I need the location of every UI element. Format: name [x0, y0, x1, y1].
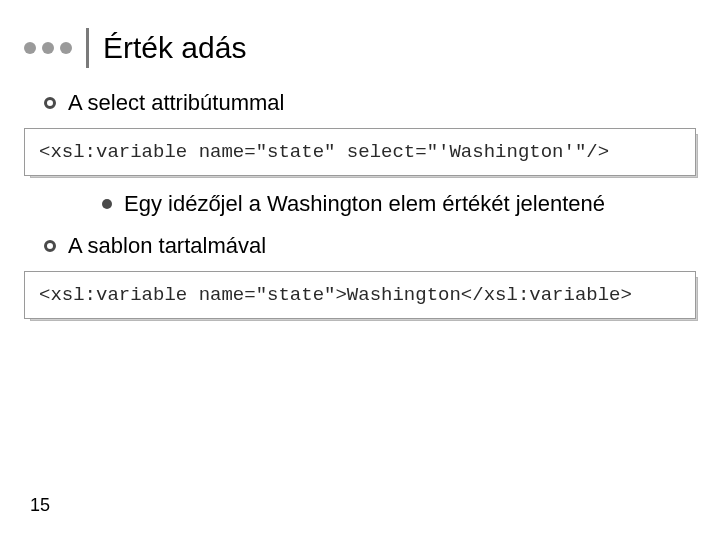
bullet-level1: A sablon tartalmával — [44, 233, 696, 259]
bullet-text: Egy idézőjel a Washington elem értékét j… — [124, 190, 605, 219]
bullet-text: A select attribútummal — [68, 90, 284, 116]
code-block: <xsl:variable name="state">Washington</x… — [24, 271, 696, 319]
title-row: Érték adás — [24, 28, 696, 68]
ring-bullet-icon — [44, 240, 56, 252]
vertical-bar-icon — [86, 28, 89, 68]
ring-bullet-icon — [44, 97, 56, 109]
slide-title: Érték adás — [103, 31, 246, 65]
code-block: <xsl:variable name="state" select="'Wash… — [24, 128, 696, 176]
code-content: <xsl:variable name="state">Washington</x… — [24, 271, 696, 319]
code-content: <xsl:variable name="state" select="'Wash… — [24, 128, 696, 176]
bullet-level1: A select attribútummal — [44, 90, 696, 116]
bullet-level2: Egy idézőjel a Washington elem értékét j… — [102, 190, 696, 219]
bullet-text: A sablon tartalmával — [68, 233, 266, 259]
page-number: 15 — [30, 495, 50, 516]
disc-bullet-icon — [102, 199, 112, 209]
dot-icon — [24, 42, 36, 54]
decorative-dots — [24, 42, 72, 54]
dot-icon — [60, 42, 72, 54]
dot-icon — [42, 42, 54, 54]
